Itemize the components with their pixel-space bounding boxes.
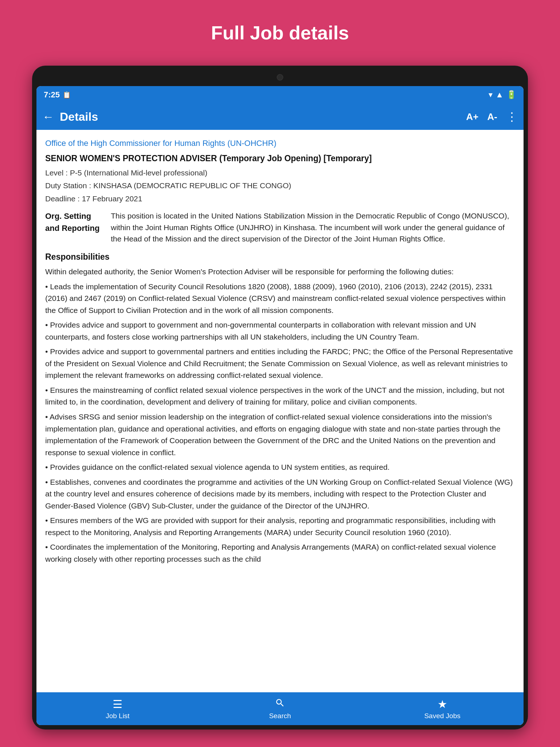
font-increase-button[interactable]: A+ xyxy=(466,111,479,123)
job-duty-station: Duty Station : KINSHASA (DEMOCRATIC REPU… xyxy=(45,180,515,191)
app-bar-title: Details xyxy=(60,110,98,124)
status-bar: 7:25 📋 ▾ ▲ 🔋 xyxy=(36,86,524,104)
bullet-point: • Provides advice and support to governm… xyxy=(45,346,515,382)
search-label: Search xyxy=(269,712,291,720)
job-list-label: Job List xyxy=(106,712,129,720)
overflow-menu-button[interactable]: ⋮ xyxy=(506,110,518,124)
app-bar-left: ← Details xyxy=(42,110,98,124)
status-icons: ▾ ▲ 🔋 xyxy=(489,90,516,100)
bullet-point: • Establishes, convenes and coordinates … xyxy=(45,476,515,512)
org-setting-text: This position is located in the United N… xyxy=(111,210,515,245)
search-icon xyxy=(275,698,285,711)
bullet-point: • Ensures members of the WG are provided… xyxy=(45,515,515,538)
content-area: Office of the High Commissioner for Huma… xyxy=(36,130,524,692)
bullet-point: • Coordinates the implementation of the … xyxy=(45,541,515,565)
bullet-point: • Provides guidance on the conflict-rela… xyxy=(45,461,515,473)
device-camera-bar xyxy=(36,70,524,85)
bullet-points-container: • Leads the implementation of Security C… xyxy=(45,281,515,565)
organization-link[interactable]: Office of the High Commissioner for Huma… xyxy=(45,137,515,149)
app-bar: ← Details A+ A- ⋮ xyxy=(36,104,524,130)
bullet-point: • Leads the implementation of Security C… xyxy=(45,281,515,317)
bullet-point: • Advises SRSG and senior mission leader… xyxy=(45,411,515,458)
nav-job-list[interactable]: ☰ Job List xyxy=(96,698,140,720)
back-button[interactable]: ← xyxy=(42,110,54,124)
responsibilities-intro: Within delegated authority, the Senior W… xyxy=(45,266,515,278)
sim-icon: 📋 xyxy=(63,91,71,99)
job-deadline: Deadline : 17 February 2021 xyxy=(45,193,515,205)
job-title: SENIOR WOMEN'S PROTECTION ADVISER (Tempo… xyxy=(45,152,515,165)
nav-saved-jobs[interactable]: ★ Saved Jobs xyxy=(420,698,464,720)
org-setting-row: Org. Setting and Reporting This position… xyxy=(45,210,515,245)
wifi-icon: ▾ xyxy=(489,90,493,100)
bullet-point: • Provides advice and support to governm… xyxy=(45,319,515,343)
battery-icon: 🔋 xyxy=(506,90,516,100)
org-setting-label: Org. Setting and Reporting xyxy=(45,210,111,245)
bullet-point: • Ensures the mainstreaming of conflict … xyxy=(45,384,515,408)
app-bar-right: A+ A- ⋮ xyxy=(466,110,518,124)
page-title: Full Job details xyxy=(211,22,349,44)
device-camera xyxy=(277,74,283,81)
saved-jobs-label: Saved Jobs xyxy=(424,712,460,720)
nav-search[interactable]: Search xyxy=(258,698,302,720)
job-level: Level : P-5 (International Mid-level pro… xyxy=(45,167,515,179)
responsibilities-title: Responsibilities xyxy=(45,251,515,263)
device-screen: 7:25 📋 ▾ ▲ 🔋 ← Details A+ A- ⋮ Office o xyxy=(36,86,524,725)
bottom-nav: ☰ Job List Search ★ Saved Jobs xyxy=(36,692,524,725)
device-frame: 7:25 📋 ▾ ▲ 🔋 ← Details A+ A- ⋮ Office o xyxy=(32,66,528,729)
font-decrease-button[interactable]: A- xyxy=(487,111,497,123)
job-list-icon: ☰ xyxy=(113,698,122,711)
signal-icon: ▲ xyxy=(495,90,503,100)
saved-jobs-icon: ★ xyxy=(438,698,447,711)
status-time: 7:25 📋 xyxy=(44,90,71,100)
